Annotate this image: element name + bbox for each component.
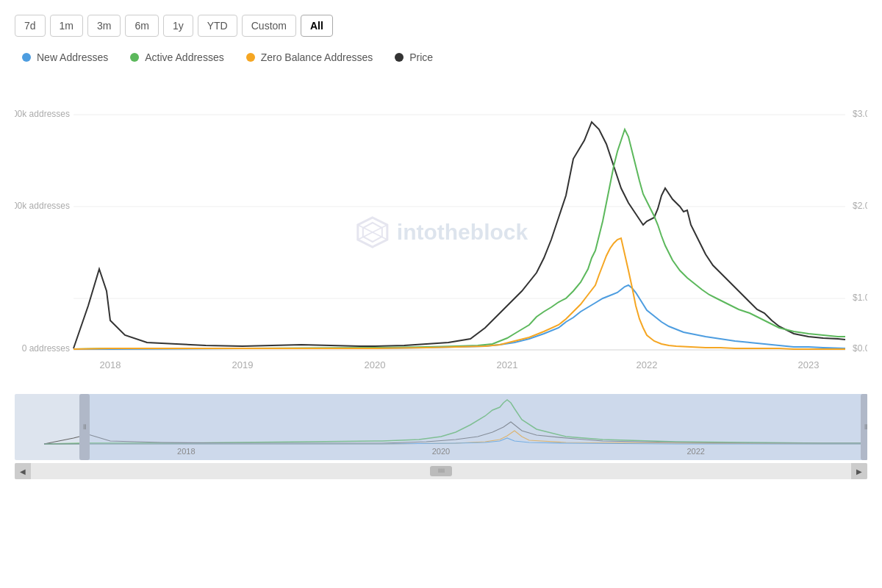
btn-1y[interactable]: 1y bbox=[163, 15, 193, 37]
legend-active-addresses: Active Addresses bbox=[130, 51, 223, 63]
svg-text:$3.00: $3.00 bbox=[853, 109, 867, 119]
handle-left-icon: ⦀ bbox=[83, 423, 86, 431]
legend-price: Price bbox=[395, 51, 433, 63]
chart-area[interactable]: intotheblock 400k addresses 200k address… bbox=[15, 78, 867, 387]
btn-ytd[interactable]: YTD bbox=[198, 15, 237, 37]
chart-legend: New Addresses Active Addresses Zero Bala… bbox=[15, 51, 867, 63]
legend-dot-active bbox=[130, 53, 139, 62]
nav-year-2022: 2022 bbox=[686, 447, 704, 456]
chart-wrapper: intotheblock 400k addresses 200k address… bbox=[15, 78, 867, 479]
svg-text:2023: 2023 bbox=[798, 359, 820, 370]
svg-text:2018: 2018 bbox=[100, 359, 121, 370]
legend-dot-zero bbox=[246, 53, 255, 62]
time-range-selector: 7d 1m 3m 6m 1y YTD Custom All bbox=[15, 15, 867, 37]
scrollbar-left-arrow[interactable]: ◀ bbox=[15, 463, 31, 479]
legend-dot-price bbox=[395, 53, 404, 62]
main-container: 7d 1m 3m 6m 1y YTD Custom All New Addres… bbox=[0, 0, 882, 588]
svg-text:2019: 2019 bbox=[232, 359, 254, 370]
handle-right-icon: ⦀ bbox=[864, 423, 867, 431]
legend-label-new: New Addresses bbox=[37, 51, 108, 63]
btn-custom[interactable]: Custom bbox=[242, 15, 296, 37]
svg-text:200k addresses: 200k addresses bbox=[15, 201, 70, 211]
legend-dot-new bbox=[22, 53, 31, 62]
main-chart-svg: 400k addresses 200k addresses 0 addresse… bbox=[15, 78, 867, 387]
btn-all[interactable]: All bbox=[301, 15, 333, 37]
btn-1m[interactable]: 1m bbox=[50, 15, 83, 37]
svg-text:$1.00: $1.00 bbox=[853, 293, 867, 303]
btn-7d[interactable]: 7d bbox=[15, 15, 46, 37]
legend-label-price: Price bbox=[409, 51, 433, 63]
legend-new-addresses: New Addresses bbox=[22, 51, 108, 63]
scrollbar-right-arrow[interactable]: ▶ bbox=[851, 463, 867, 479]
svg-text:$2.00: $2.00 bbox=[853, 201, 867, 211]
svg-text:$0.00: $0.00 bbox=[853, 343, 867, 354]
svg-text:400k addresses: 400k addresses bbox=[15, 109, 70, 119]
scrollbar-track: ⦀⦀⦀ bbox=[31, 463, 851, 479]
scrollbar[interactable]: ◀ ⦀⦀⦀ ▶ bbox=[15, 463, 867, 479]
nav-year-2018: 2018 bbox=[177, 447, 195, 456]
svg-text:2022: 2022 bbox=[637, 359, 658, 370]
navigator-year-labels: 2018 2020 2022 bbox=[15, 447, 867, 456]
legend-label-active: Active Addresses bbox=[145, 51, 223, 63]
svg-text:2021: 2021 bbox=[497, 359, 518, 370]
svg-text:0 addresses: 0 addresses bbox=[22, 343, 70, 354]
legend-zero-balance: Zero Balance Addresses bbox=[246, 51, 373, 63]
navigator-inner: ⦀ ⦀ 2018 2020 2022 bbox=[15, 394, 867, 460]
legend-label-zero: Zero Balance Addresses bbox=[261, 51, 373, 63]
btn-3m[interactable]: 3m bbox=[87, 15, 121, 37]
scrollbar-thumb[interactable]: ⦀⦀⦀ bbox=[430, 466, 452, 476]
btn-6m[interactable]: 6m bbox=[125, 15, 158, 37]
navigator[interactable]: ⦀ ⦀ 2018 2020 2022 ◀ ⦀⦀⦀ bbox=[15, 394, 867, 479]
svg-text:2020: 2020 bbox=[365, 359, 386, 370]
nav-year-2020: 2020 bbox=[432, 447, 450, 456]
